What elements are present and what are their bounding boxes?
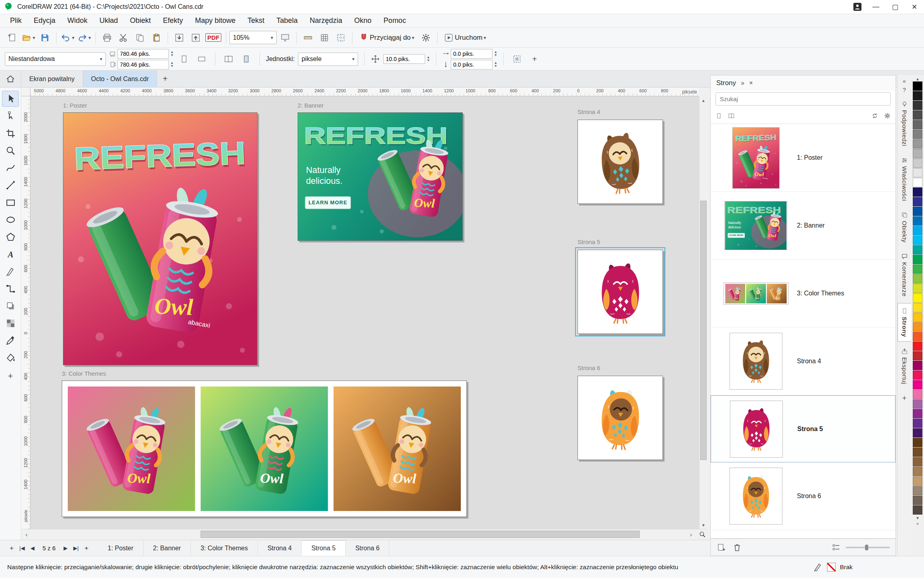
pen-tool[interactable] (2, 263, 19, 279)
palette-swatch[interactable] (913, 351, 922, 360)
account-icon[interactable] (849, 0, 866, 14)
ellipse-tool[interactable] (2, 212, 19, 228)
two-point-line-tool[interactable] (2, 177, 19, 193)
nudge-spinner[interactable]: ▲▼ (427, 56, 430, 62)
pages-docker-row-selected[interactable]: Strona 5 (711, 395, 896, 462)
palette-swatch[interactable] (913, 236, 922, 245)
palette-swatch[interactable] (913, 274, 922, 283)
list-view-icon[interactable] (831, 543, 841, 552)
palette-swatch[interactable] (913, 207, 922, 216)
palette-swatch[interactable] (913, 81, 922, 91)
dock-tab-podpowiedzi[interactable]: Podpowiedzi (898, 97, 911, 151)
canvas-page-poster[interactable] (63, 112, 257, 365)
new-document-button[interactable] (4, 30, 20, 46)
scroll-up-button[interactable]: ▲ (699, 96, 707, 104)
canvas-page-banner[interactable] (298, 112, 463, 241)
horizontal-ruler[interactable]: piksele 50004800460044004200400038003600… (30, 88, 699, 96)
page-height-field[interactable] (118, 60, 169, 69)
redo-button[interactable]: ▾ (76, 30, 92, 46)
canvas-page-themes[interactable] (62, 381, 467, 517)
canvas-page-strona5[interactable] (578, 250, 663, 334)
ruler-origin-corner[interactable] (21, 88, 30, 96)
page-preset-combo[interactable]: Niestandardowa ▾ (5, 52, 106, 66)
pages-docker-row[interactable]: 1: Poster (711, 124, 896, 192)
drawing-canvas[interactable]: 1: Poster 2: Banner 3: Color Themes Stro… (30, 96, 699, 529)
landscape-button[interactable] (195, 52, 209, 66)
docker-search-box[interactable] (715, 92, 891, 106)
tab-welcome-screen[interactable]: Ekran powitalny (21, 71, 83, 87)
palette-expand-icon[interactable]: » (916, 521, 919, 526)
palette-swatch[interactable] (913, 245, 922, 254)
poster-thumbnail[interactable] (732, 127, 780, 189)
nudge-field[interactable] (383, 54, 425, 64)
palette-swatch[interactable] (913, 303, 922, 312)
page-width-field[interactable] (118, 49, 169, 59)
duplicate-x-field[interactable] (451, 49, 492, 59)
palette-swatch[interactable] (913, 178, 922, 187)
last-page-button[interactable]: ▶| (71, 543, 81, 554)
save-button[interactable] (37, 30, 53, 46)
palette-swatch[interactable] (913, 130, 922, 139)
menu-item-efekty[interactable]: Efekty (157, 14, 189, 28)
add-page-before-button[interactable]: + (6, 543, 17, 554)
docker-close-icon[interactable]: × (749, 79, 753, 87)
page-tab-strona-5[interactable]: Strona 5 (302, 540, 345, 556)
crop-tool[interactable] (2, 125, 19, 141)
drop-shadow-tool[interactable] (2, 298, 19, 314)
duplicate-y-field[interactable] (451, 60, 492, 69)
scroll-right-button[interactable]: › (687, 530, 695, 538)
shape-tool[interactable] (2, 108, 19, 124)
page-tab-strona-6[interactable]: Strona 6 (346, 540, 389, 556)
palette-swatch[interactable] (913, 159, 922, 168)
page-width-spinner[interactable]: ▲▼ (170, 51, 174, 57)
pages-docker-row[interactable]: Strona 6 (711, 462, 896, 530)
strona5-thumbnail[interactable] (733, 403, 780, 453)
strip-help-icon[interactable]: ? (903, 85, 906, 94)
show-grid-button[interactable] (316, 30, 332, 46)
vertical-ruler[interactable]: 2000180016001400120010008006004002000200… (21, 96, 30, 529)
dock-tab-obiekty[interactable]: Obiekty (898, 208, 911, 246)
show-rulers-button[interactable] (300, 30, 316, 46)
show-guidelines-button[interactable] (333, 30, 349, 46)
palette-swatch[interactable] (913, 139, 922, 149)
palette-swatch[interactable] (913, 448, 922, 457)
close-button[interactable]: ✕ (905, 0, 924, 14)
palette-swatch[interactable] (913, 284, 922, 293)
palette-swatch[interactable] (913, 226, 922, 235)
horizontal-scrollbar[interactable]: ‹ › (21, 529, 707, 539)
rectangle-tool[interactable] (2, 194, 19, 210)
palette-swatch[interactable] (913, 265, 922, 274)
welcome-home-tab[interactable] (0, 71, 21, 87)
strona4-thumbnail[interactable] (732, 336, 780, 385)
current-page-button[interactable] (239, 52, 253, 66)
palette-swatch[interactable] (913, 216, 922, 226)
palette-swatch[interactable] (913, 380, 922, 389)
vertical-scrollbar[interactable]: ▲ ▼ (699, 96, 707, 529)
dock-tab-strony[interactable]: Strony (898, 303, 911, 342)
palette-swatch[interactable] (913, 496, 922, 505)
palette-swatch[interactable] (913, 332, 922, 341)
units-combo[interactable]: piksele ▾ (298, 53, 358, 66)
palette-swatch[interactable] (913, 168, 922, 177)
maximize-button[interactable]: ▢ (886, 0, 905, 14)
duplicate-x-spinner[interactable]: ▲▼ (494, 51, 497, 57)
thumbnail-size-slider[interactable] (846, 547, 890, 548)
print-button[interactable] (99, 30, 115, 46)
connector-tool[interactable] (2, 281, 19, 297)
palette-swatch[interactable] (913, 457, 922, 466)
options-button[interactable] (418, 30, 434, 46)
menu-item-pomoc[interactable]: Pomoc (377, 14, 412, 28)
previous-page-button[interactable]: ◀ (27, 543, 38, 554)
text-tool[interactable]: A (2, 246, 19, 262)
fill-none-icon[interactable] (827, 563, 836, 572)
cut-button[interactable] (116, 30, 132, 46)
palette-swatch[interactable] (913, 467, 922, 476)
docker-settings-gear-icon[interactable] (884, 112, 891, 119)
dock-tab-eksportuj[interactable]: Eksportuj (898, 344, 911, 388)
add-docker-button[interactable]: + (902, 394, 906, 403)
transparency-tool[interactable] (2, 315, 19, 331)
palette-swatch[interactable] (913, 322, 922, 332)
page-tab-2-banner[interactable]: 2: Banner (144, 540, 191, 556)
dock-tab-w-a-ciwo-ci[interactable]: Właściwości (898, 153, 911, 205)
eyedropper-tool[interactable] (2, 332, 19, 348)
